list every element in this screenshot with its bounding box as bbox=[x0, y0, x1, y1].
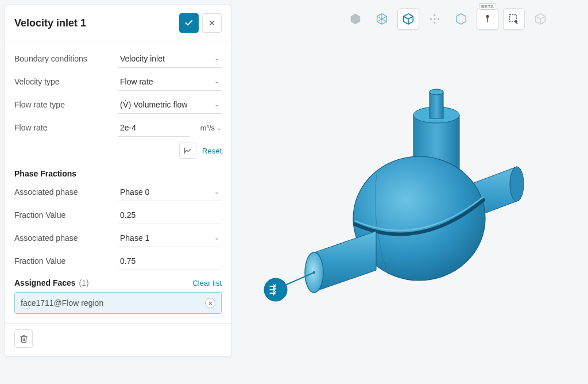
svg-point-4 bbox=[434, 14, 435, 16]
close-icon bbox=[208, 19, 216, 27]
select-value: Phase 0 bbox=[120, 187, 149, 197]
cube-outline-icon bbox=[455, 13, 467, 25]
input-value: 0.75 bbox=[120, 256, 136, 266]
chevron-down-icon: ⌄ bbox=[214, 55, 219, 62]
select-flow-rate-type[interactable]: (V̇) Volumetric flow ⌄ bbox=[118, 95, 222, 114]
row-phase-1: Associated phase Phase 1 ⌄ bbox=[14, 226, 222, 249]
tool-cube-wire-light[interactable] bbox=[371, 8, 393, 30]
label-flow-rate: Flow rate bbox=[14, 123, 118, 132]
input-value: 2e-4 bbox=[120, 123, 136, 132]
panel-footer bbox=[5, 323, 231, 356]
label-velocity-type: Velocity type bbox=[14, 77, 118, 86]
delete-button[interactable] bbox=[14, 329, 33, 348]
select-boundary-conditions[interactable]: Velocity inlet ⌄ bbox=[118, 49, 222, 68]
tool-select-box[interactable] bbox=[503, 8, 525, 30]
row-velocity-type: Velocity type Flow rate ⌄ bbox=[14, 70, 222, 93]
label-associated-phase-1: Associated phase bbox=[14, 233, 118, 243]
cube-faded-icon bbox=[534, 13, 547, 25]
trash-icon bbox=[20, 335, 28, 343]
assigned-faces-count: (1) bbox=[79, 278, 89, 287]
svg-point-7 bbox=[434, 22, 435, 24]
tool-cube-wire-active[interactable] bbox=[397, 8, 419, 30]
chevron-down-icon: ⌄ bbox=[216, 124, 222, 132]
input-fraction-0[interactable]: 0.25 bbox=[118, 206, 222, 224]
select-value: Flow rate bbox=[120, 77, 153, 86]
unit-select-flow-rate[interactable]: m³/s ⌄ bbox=[193, 124, 222, 132]
svg-point-5 bbox=[430, 18, 432, 20]
select-value: (V̇) Volumetric flow bbox=[120, 100, 187, 109]
chevron-down-icon: ⌄ bbox=[214, 78, 219, 85]
chart-button[interactable] bbox=[179, 143, 196, 159]
svg-point-9 bbox=[486, 15, 489, 18]
row-assigned-faces: Assigned Faces (1) Clear list bbox=[14, 272, 222, 292]
chart-icon bbox=[184, 147, 192, 155]
svg-point-12 bbox=[510, 167, 524, 201]
chevron-down-icon: ⌄ bbox=[214, 101, 219, 108]
nodes-icon bbox=[429, 13, 440, 25]
panel-header: Velocity inlet 1 bbox=[5, 5, 231, 41]
select-phase-0[interactable]: Phase 0 ⌄ bbox=[118, 183, 222, 201]
model-illustration bbox=[241, 40, 586, 362]
input-fraction-1[interactable]: 0.75 bbox=[118, 252, 222, 270]
tool-nodes[interactable] bbox=[424, 8, 446, 30]
viewport-3d[interactable] bbox=[241, 40, 588, 384]
face-chip-label: face1711@Flow region bbox=[21, 298, 103, 308]
input-value: 0.25 bbox=[120, 210, 136, 220]
view-toolbar: BETA bbox=[345, 8, 551, 30]
select-box-icon bbox=[508, 13, 520, 25]
label-fraction-1: Fraction Value bbox=[14, 256, 118, 266]
select-velocity-type[interactable]: Flow rate ⌄ bbox=[118, 72, 222, 91]
close-icon bbox=[208, 301, 213, 306]
select-value: Velocity inlet bbox=[120, 54, 165, 63]
check-icon bbox=[184, 18, 194, 28]
chevron-down-icon: ⌄ bbox=[214, 188, 219, 195]
svg-rect-14 bbox=[430, 92, 443, 118]
row-phase-0: Associated phase Phase 0 ⌄ bbox=[14, 181, 222, 203]
tool-probe-beta[interactable]: BETA bbox=[477, 8, 498, 30]
svg-point-6 bbox=[438, 18, 439, 20]
remove-face-button[interactable] bbox=[205, 298, 215, 308]
row-flow-rate: Flow rate 2e-4 m³/s ⌄ bbox=[14, 116, 222, 139]
select-phase-1[interactable]: Phase 1 ⌄ bbox=[118, 229, 222, 247]
panel-title: Velocity inlet 1 bbox=[14, 17, 176, 29]
label-associated-phase-0: Associated phase bbox=[14, 187, 118, 197]
clear-list-link[interactable]: Clear list bbox=[192, 279, 222, 287]
face-chip[interactable]: face1711@Flow region bbox=[14, 292, 222, 314]
cube-solid-icon bbox=[349, 13, 362, 25]
probe-icon bbox=[482, 13, 493, 25]
label-flow-rate-type: Flow rate type bbox=[14, 100, 118, 109]
row-reset: Reset bbox=[14, 139, 222, 164]
section-phase-fractions: Phase Fractions bbox=[14, 164, 222, 181]
svg-rect-10 bbox=[487, 18, 488, 22]
row-flow-rate-type: Flow rate type (V̇) Volumetric flow ⌄ bbox=[14, 93, 222, 116]
reset-link[interactable]: Reset bbox=[202, 147, 222, 155]
chevron-down-icon: ⌄ bbox=[214, 234, 219, 241]
label-assigned-faces: Assigned Faces bbox=[14, 278, 76, 287]
row-boundary-conditions: Boundary conditions Velocity inlet ⌄ bbox=[14, 47, 222, 70]
properties-panel: Velocity inlet 1 Boundary conditions Vel… bbox=[5, 5, 231, 356]
cube-wire-icon bbox=[402, 13, 415, 25]
tool-cube-solid[interactable] bbox=[345, 8, 366, 30]
row-fraction-0: Fraction Value 0.25 bbox=[14, 203, 222, 226]
row-fraction-1: Fraction Value 0.75 bbox=[14, 249, 222, 272]
cube-wire-icon bbox=[376, 13, 388, 25]
label-fraction-0: Fraction Value bbox=[14, 210, 118, 220]
svg-point-15 bbox=[430, 89, 443, 95]
select-value: Phase 1 bbox=[120, 233, 149, 243]
svg-point-8 bbox=[434, 18, 435, 20]
tool-cube-faded[interactable] bbox=[529, 8, 551, 30]
panel-body: Boundary conditions Velocity inlet ⌄ Vel… bbox=[5, 41, 231, 323]
tool-cube-outline[interactable] bbox=[450, 8, 472, 30]
unit-label: m³/s bbox=[200, 124, 215, 132]
close-button[interactable] bbox=[202, 13, 222, 33]
input-flow-rate[interactable]: 2e-4 bbox=[118, 118, 189, 137]
label-boundary-conditions: Boundary conditions bbox=[14, 54, 118, 63]
beta-badge: BETA bbox=[479, 3, 496, 10]
confirm-button[interactable] bbox=[179, 13, 199, 33]
